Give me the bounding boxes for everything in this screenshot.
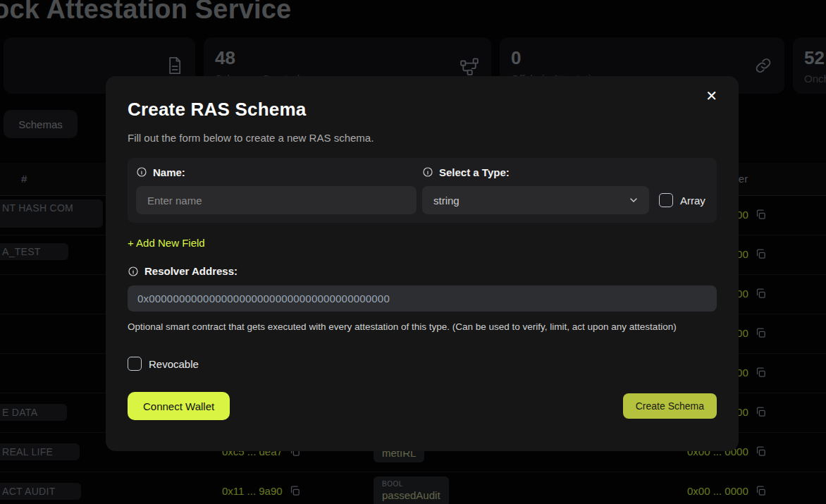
array-label: Array	[680, 195, 705, 207]
info-icon	[136, 166, 147, 178]
name-input[interactable]	[136, 186, 417, 214]
resolver-helper-text: Optional smart contract that gets execut…	[128, 320, 698, 334]
modal-actions: Connect Wallet Create Schema	[128, 392, 717, 420]
info-icon	[422, 166, 433, 178]
name-label: Name:	[153, 166, 185, 178]
revocable-checkbox[interactable]	[128, 357, 142, 371]
revocable-row: Revocable	[128, 357, 717, 371]
resolver-label-row: Resolver Address:	[128, 265, 717, 277]
create-schema-modal: ✕ Create RAS Schema Fill out the form be…	[106, 76, 739, 451]
type-label-row: Select a Type:	[422, 166, 708, 178]
connect-wallet-button[interactable]: Connect Wallet	[128, 392, 230, 420]
modal-title: Create RAS Schema	[128, 99, 717, 121]
modal-subtitle: Fill out the form below to create a new …	[128, 132, 717, 144]
add-new-field-link[interactable]: + Add New Field	[128, 237, 205, 249]
close-icon[interactable]: ✕	[703, 86, 720, 106]
name-label-row: Name:	[136, 166, 417, 178]
array-checkbox[interactable]	[659, 193, 673, 207]
create-schema-button[interactable]: Create Schema	[623, 393, 717, 419]
type-select[interactable]: string	[422, 186, 649, 214]
revocable-label: Revocable	[149, 358, 199, 370]
info-icon	[128, 266, 139, 277]
type-select-value: string	[433, 195, 460, 207]
chevron-down-icon	[628, 195, 639, 206]
field-row-panel: Name: Select a Type: string	[128, 158, 717, 223]
resolver-address-input[interactable]	[128, 285, 717, 312]
resolver-address-label: Resolver Address:	[144, 265, 238, 277]
type-label: Select a Type:	[439, 166, 510, 178]
